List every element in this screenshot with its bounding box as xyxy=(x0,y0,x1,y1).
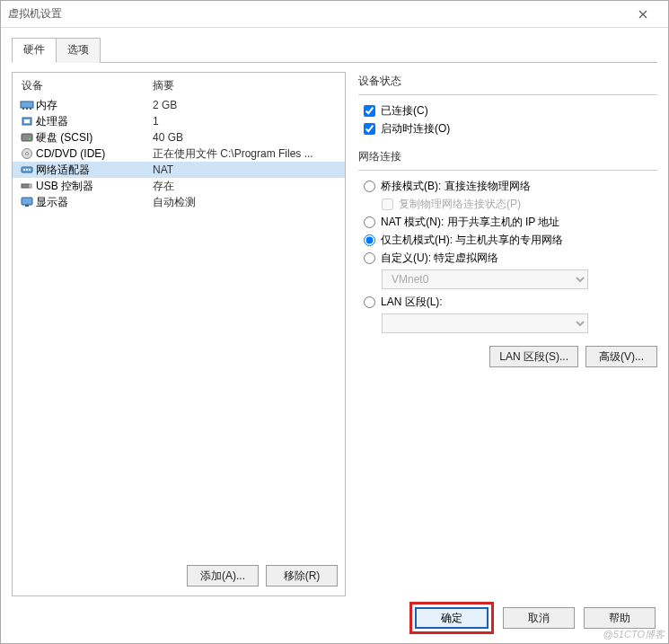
group-title-status: 设备状态 xyxy=(358,74,657,89)
titlebar: 虚拟机设置 xyxy=(1,1,668,28)
tab-options[interactable]: 选项 xyxy=(56,38,101,63)
cpu-icon xyxy=(18,115,36,128)
svg-rect-17 xyxy=(25,205,29,207)
device-summary: 正在使用文件 C:\Program Files ... xyxy=(153,146,345,162)
usb-icon xyxy=(18,180,36,192)
cd-icon xyxy=(18,147,36,160)
device-name: 处理器 xyxy=(36,114,153,129)
advanced-button[interactable]: 高级(V)... xyxy=(585,346,657,367)
lan-segments-button[interactable]: LAN 区段(S)... xyxy=(489,346,578,367)
device-summary: 2 GB xyxy=(153,99,345,111)
svg-rect-2 xyxy=(26,108,28,110)
connected-checkbox[interactable] xyxy=(364,105,375,117)
device-summary: 自动检测 xyxy=(153,195,345,210)
hardware-detail-panel: 设备状态 已连接(C) 启动时连接(O) 网络连接 xyxy=(358,72,657,596)
device-status-group: 设备状态 已连接(C) 启动时连接(O) xyxy=(358,74,657,137)
hardware-row[interactable]: USB 控制器存在 xyxy=(13,178,345,194)
device-summary: 存在 xyxy=(153,179,345,194)
hardware-list[interactable]: 内存2 GB处理器1硬盘 (SCSI)40 GBCD/DVD (IDE)正在使用… xyxy=(13,97,345,558)
tab-hardware[interactable]: 硬件 xyxy=(12,38,57,63)
connect-at-power-on-checkbox[interactable] xyxy=(364,123,375,135)
add-hardware-button[interactable]: 添加(A)... xyxy=(187,565,259,587)
lan-segment-radio-label: LAN 区段(L): xyxy=(381,295,443,310)
svg-rect-5 xyxy=(24,119,30,123)
vmnet-select: VMnet0 xyxy=(382,269,588,289)
vm-settings-window: 虚拟机设置 硬件 选项 设备 摘要 内存2 GB处理器1硬盘 (SCSI)40 … xyxy=(0,0,669,644)
svg-rect-14 xyxy=(22,184,29,188)
hostonly-radio[interactable] xyxy=(364,234,375,246)
connect-at-power-on-row[interactable]: 启动时连接(O) xyxy=(364,121,657,137)
ok-highlight: 确定 xyxy=(409,602,494,634)
content-area: 设备 摘要 内存2 GB处理器1硬盘 (SCSI)40 GBCD/DVD (ID… xyxy=(1,63,668,602)
svg-rect-3 xyxy=(30,108,31,110)
lan-segment-radio[interactable] xyxy=(364,296,375,308)
window-title: 虚拟机设置 xyxy=(8,6,625,22)
help-button[interactable]: 帮助 xyxy=(584,607,656,629)
nat-radio[interactable] xyxy=(364,216,375,228)
replicate-state-label: 复制物理网络连接状态(P) xyxy=(399,197,521,212)
connected-checkbox-row[interactable]: 已连接(C) xyxy=(364,103,657,119)
device-name: 网络适配器 xyxy=(36,163,153,178)
replicate-state-checkbox xyxy=(382,198,393,210)
ok-button[interactable]: 确定 xyxy=(415,607,489,629)
disk-icon xyxy=(18,131,36,144)
device-name: CD/DVD (IDE) xyxy=(36,147,153,160)
svg-rect-15 xyxy=(29,184,31,188)
device-name: 显示器 xyxy=(36,195,153,210)
svg-point-7 xyxy=(29,138,31,140)
column-header-summary: 摘要 xyxy=(153,78,339,93)
tab-strip: 硬件 选项 xyxy=(1,28,668,63)
nat-label: NAT 模式(N): 用于共享主机的 IP 地址 xyxy=(381,215,559,230)
close-icon xyxy=(638,10,647,19)
hardware-row[interactable]: 网络适配器NAT xyxy=(13,162,345,178)
svg-point-13 xyxy=(29,169,31,171)
watermark-text: @51CTO博客 xyxy=(603,628,665,641)
hardware-list-header: 设备 摘要 xyxy=(13,73,345,97)
remove-hardware-button[interactable]: 移除(R) xyxy=(266,565,338,587)
custom-label: 自定义(U): 特定虚拟网络 xyxy=(381,251,498,266)
hardware-row[interactable]: CD/DVD (IDE)正在使用文件 C:\Program Files ... xyxy=(13,146,345,162)
cancel-button[interactable]: 取消 xyxy=(503,607,575,629)
device-name: 硬盘 (SCSI) xyxy=(36,130,153,146)
group-title-network: 网络连接 xyxy=(358,149,657,164)
lan-segment-radio-row[interactable]: LAN 区段(L): xyxy=(364,295,657,310)
column-header-device: 设备 xyxy=(18,78,153,93)
close-button[interactable] xyxy=(625,1,661,27)
device-name: 内存 xyxy=(36,98,153,113)
hardware-row[interactable]: 处理器1 xyxy=(13,113,345,129)
svg-rect-1 xyxy=(22,108,24,110)
hardware-list-panel: 设备 摘要 内存2 GB处理器1硬盘 (SCSI)40 GBCD/DVD (ID… xyxy=(12,72,346,596)
nat-radio-row[interactable]: NAT 模式(N): 用于共享主机的 IP 地址 xyxy=(364,215,657,230)
net-icon xyxy=(18,163,36,176)
hardware-row[interactable]: 显示器自动检测 xyxy=(13,194,345,210)
svg-point-11 xyxy=(23,169,25,171)
lan-segment-select xyxy=(382,313,588,333)
memory-icon xyxy=(18,99,36,111)
hardware-row[interactable]: 硬盘 (SCSI)40 GB xyxy=(13,129,345,146)
dialog-footer: 确定 取消 帮助 @51CTO博客 xyxy=(1,602,668,643)
connect-at-power-on-label: 启动时连接(O) xyxy=(381,121,450,137)
device-name: USB 控制器 xyxy=(36,179,153,194)
svg-point-9 xyxy=(26,153,29,155)
hostonly-label: 仅主机模式(H): 与主机共享的专用网络 xyxy=(381,233,563,248)
device-summary: 40 GB xyxy=(153,131,345,144)
device-summary: 1 xyxy=(153,115,345,128)
bridged-label: 桥接模式(B): 直接连接物理网络 xyxy=(381,179,531,194)
device-summary: NAT xyxy=(153,163,345,176)
bridged-radio-row[interactable]: 桥接模式(B): 直接连接物理网络 xyxy=(364,179,657,194)
svg-rect-16 xyxy=(22,198,32,205)
replicate-state-row: 复制物理网络连接状态(P) xyxy=(382,197,657,212)
custom-radio[interactable] xyxy=(364,252,375,264)
display-icon xyxy=(18,196,36,208)
hardware-row[interactable]: 内存2 GB xyxy=(13,97,345,113)
svg-rect-0 xyxy=(21,101,33,108)
hostonly-radio-row[interactable]: 仅主机模式(H): 与主机共享的专用网络 xyxy=(364,233,657,248)
network-connection-group: 网络连接 桥接模式(B): 直接连接物理网络 复制物理网络连接状态(P) NAT… xyxy=(358,149,657,333)
bridged-radio[interactable] xyxy=(364,181,375,192)
custom-radio-row[interactable]: 自定义(U): 特定虚拟网络 xyxy=(364,251,657,266)
svg-rect-6 xyxy=(22,134,32,141)
connected-label: 已连接(C) xyxy=(381,103,428,119)
svg-point-12 xyxy=(26,169,28,171)
